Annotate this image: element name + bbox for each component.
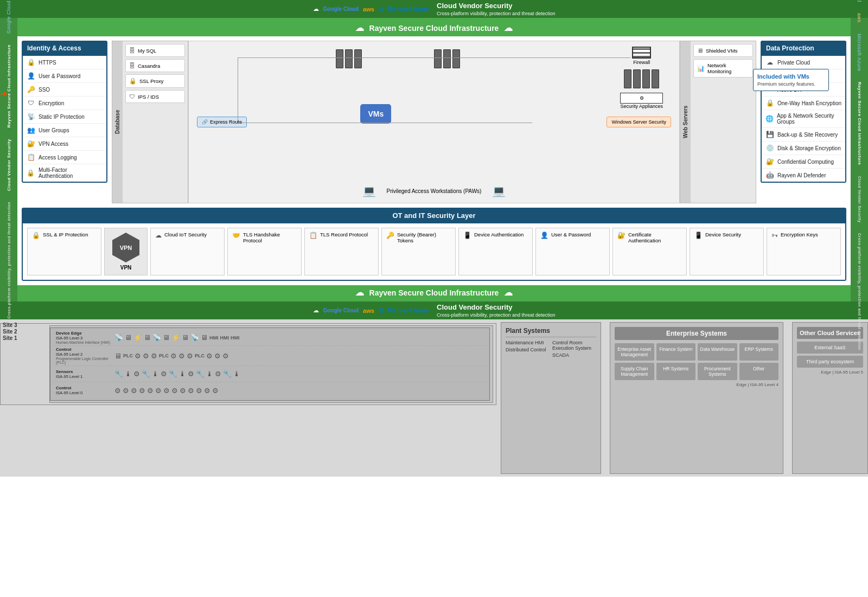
- ws-netmon: 📊 Network Monitoring: [693, 59, 753, 78]
- ia-encryption-label: Encryption: [39, 100, 64, 106]
- rayven-bottom-label: ☁ Rayven Secure Cloud Infrastructure ☁: [0, 285, 868, 300]
- vpn-label: VPN: [120, 265, 132, 271]
- disk-enc-icon: 💿: [765, 144, 774, 152]
- laptop-left: 💻: [362, 184, 376, 197]
- firewall-area: Firewall: [620, 47, 663, 109]
- s1-1: 🔧: [114, 370, 123, 378]
- s1-4: 🔧: [142, 370, 150, 378]
- sslproxy-icon: 🔒: [129, 78, 137, 85]
- d2-8: ⚙: [206, 352, 213, 360]
- s1-9: ⚙: [188, 370, 194, 378]
- included-title: Included with VMs: [757, 73, 825, 80]
- s1-5: 🌡: [152, 370, 159, 378]
- mfa-icon: 🔒: [27, 169, 35, 177]
- isa-l1-sensors-label: Sensors: [56, 369, 110, 374]
- ia-staticip-label: Static IP Protection: [39, 114, 85, 120]
- webservers-column: Web Servers 🖥 Shielded VMs 📊 Network Mon…: [680, 41, 756, 203]
- dev-auth-label: Device Authentication: [474, 232, 524, 237]
- ia-vpn-label: VPN Access: [39, 141, 68, 147]
- https-icon: 🔒: [27, 59, 35, 66]
- iot-icon: ☁: [155, 232, 162, 239]
- rayven-infra-bottom: Rayven Secure Cloud Infrastructure: [369, 288, 499, 297]
- isa-l3-level: ISA-95 Level 3: [56, 336, 110, 341]
- db-cassandra: 🗄 Casandra: [125, 59, 185, 72]
- mid-server-2: [345, 49, 353, 68]
- security-appliances-label: Security Appliances: [620, 104, 663, 109]
- laptop-right: 💻: [492, 184, 506, 197]
- ot-up-label: User & Password: [551, 232, 591, 237]
- site1-label: Site 1: [3, 335, 17, 341]
- shielded-icon: 🖥: [697, 47, 703, 54]
- d3-6: 🖥: [163, 333, 170, 342]
- windows-server-security: Windows Server Security: [607, 117, 671, 127]
- conn-line-h2: [238, 123, 532, 123]
- google-logo: Google Cloud: [323, 6, 359, 12]
- plant-columns: Maintenance HMI Distributed Control Cont…: [506, 340, 596, 360]
- hash-enc-icon: 🔒: [765, 99, 774, 107]
- right-server-2: [443, 49, 451, 68]
- arrow-head: [3, 91, 8, 97]
- mid-servers: [336, 49, 362, 68]
- express-route-label: Express Route: [210, 119, 242, 125]
- rayven-left-label: Rayven Secure Cloud Infrastructure: [7, 44, 11, 127]
- d3-7: ⚡: [171, 333, 180, 342]
- staticip-icon: 📡: [27, 113, 35, 120]
- netmon-icon: 📊: [697, 65, 705, 72]
- private-cloud-icon: ☁: [765, 59, 774, 66]
- left-side-strip: Google Cloud Rayven Secure Cloud Infrast…: [0, 18, 17, 301]
- ent-cell-4: Supply Chain Management: [615, 363, 654, 380]
- d3-1: 📡: [114, 333, 123, 342]
- google-left-label: Google Cloud: [6, 1, 11, 34]
- conn-line-h1: [238, 57, 630, 58]
- db-sslproxy-label: SSL Proxy: [139, 78, 164, 84]
- s1-14: 🌡: [233, 370, 240, 378]
- conf-comp-icon: 🔐: [765, 158, 774, 165]
- dev-sec-label: Device Security: [705, 232, 741, 237]
- dp-ai-defender: 🤖 Rayven AI Defender: [762, 169, 845, 182]
- isa-l3-hmi-label: Human-Machine Interface (HMI): [56, 341, 110, 344]
- ssl-ip-icon: 🔒: [32, 232, 40, 239]
- tls-rec-icon: 📋: [309, 232, 317, 239]
- dp-an-label: App & Network Security Groups: [777, 113, 841, 125]
- mid-server-1: [336, 49, 343, 68]
- hmi-label: HMI: [209, 335, 219, 341]
- ia-header: Identity & Access: [22, 41, 107, 56]
- app-network-icon: 🌐: [765, 115, 774, 123]
- cassandra-icon: 🗄: [129, 62, 135, 69]
- ot-up-icon: 👤: [540, 232, 548, 239]
- plant-row-distributed: Distributed Control: [506, 347, 550, 352]
- ot-dev-auth: 📱 Device Authentication: [458, 228, 533, 275]
- sso-icon: 🔑: [27, 86, 35, 93]
- backup-icon: 💾: [765, 131, 774, 138]
- azure-right-label: Microsoft Azure: [857, 34, 862, 72]
- ia-item-userpass: 👤 User & Password: [23, 69, 106, 83]
- aws-logo: aws: [363, 6, 374, 12]
- cv-right-sub: Cross-platform visibility, protection an…: [858, 233, 861, 350]
- c0-6: ⚙: [155, 387, 162, 395]
- ot-enc-keys: 🗝 Encryption Keys: [767, 228, 841, 275]
- server-2: [633, 69, 641, 88]
- s1-13: 🔧: [223, 370, 232, 378]
- security-appliances: ⚙ Security Appliances: [620, 93, 663, 109]
- ia-item-staticip: 📡 Static IP Protection: [23, 110, 106, 124]
- bearer-label: Security (Bearer) Tokens: [397, 232, 451, 243]
- cloud-icon-left: ☁: [355, 23, 364, 33]
- ia-item-vpn: 🔐 VPN Access: [23, 137, 106, 151]
- d3-5: 📡: [152, 333, 161, 342]
- plant-systems: Plant Systems Maintenance HMI Distribute…: [501, 322, 601, 474]
- ai-def-icon: 🤖: [765, 171, 774, 179]
- site2-label: Site 2: [3, 329, 17, 335]
- firewall-label: Firewall: [632, 60, 651, 65]
- userpass-icon: 👤: [27, 72, 35, 80]
- ot-user-pass: 👤 User & Password: [535, 228, 610, 275]
- s1-2: 🌡: [125, 370, 132, 378]
- dp-hash-label: One-Way Hash Encryption: [777, 100, 841, 106]
- paws-row: 💻 Privileged Access Workstations (PAWs) …: [189, 182, 679, 200]
- cert-auth-label: Certificate Authentication: [628, 232, 682, 243]
- ent-footer: Edge | ISA-95 Level 4: [615, 382, 778, 387]
- isa-l1-level: ISA-95 Level 1: [56, 374, 110, 379]
- included-subtitle: Premium security features.: [757, 81, 825, 87]
- c0-10: ⚙: [188, 387, 194, 395]
- firewall-symbol: Firewall: [632, 47, 651, 65]
- plant-sys-header: Plant Systems: [506, 327, 596, 337]
